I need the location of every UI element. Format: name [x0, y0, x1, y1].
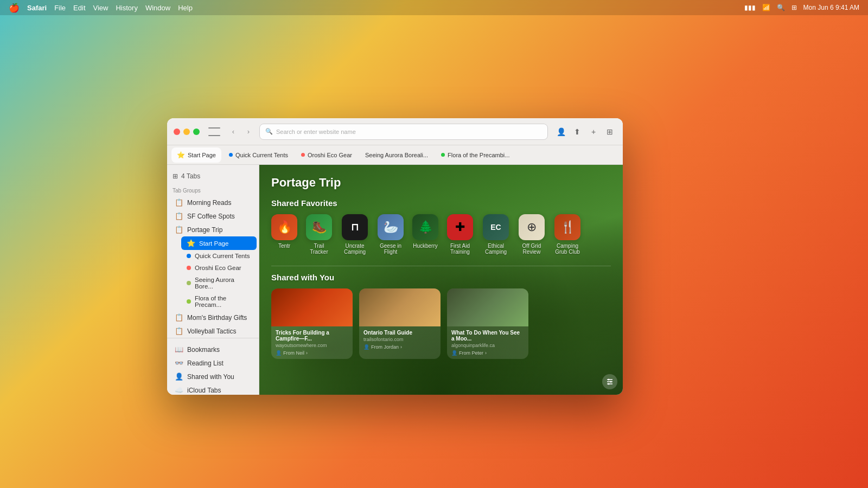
trail-body: Ontario Trail Guide trailsofontario.com …	[359, 326, 441, 353]
tab-dot-green	[441, 153, 445, 157]
dot-blue	[187, 254, 191, 258]
tab-dot-red	[301, 153, 305, 157]
sidebar-item-start-page[interactable]: ⭐ Start Page	[181, 236, 257, 250]
ethical-icon: EC	[483, 214, 509, 240]
sidebar-label-icloud: iCloud Tabs	[187, 387, 221, 394]
moose-title: What To Do When You See a Moo...	[451, 330, 524, 342]
sidebar-item-sf-coffee[interactable]: 📋 SF Coffee Spots	[169, 209, 257, 223]
folder-icon-5: 📋	[175, 327, 183, 335]
reading-list-icon: 👓	[175, 359, 183, 367]
minimize-button[interactable]	[183, 129, 190, 135]
fav-firstaid[interactable]: ✚ First Aid Training	[446, 214, 474, 255]
sidebar-tabs-header: ⊞ 4 Tabs	[167, 170, 259, 184]
tab-start-label: Start Page	[188, 152, 216, 158]
fav-huckberry[interactable]: 🌲 Huckberry	[412, 214, 438, 255]
from-icon: 👤	[276, 350, 282, 356]
share-person-button[interactable]: 👤	[554, 125, 567, 138]
trail-title: Ontario Trail Guide	[363, 330, 436, 336]
main-area: ⊞ 4 Tabs Tab Groups 📋 Morning Reads 📋 SF…	[167, 165, 623, 395]
campfire-from: 👤 From Neil ›	[276, 350, 348, 356]
sidebar-item-volleyball[interactable]: 📋 Volleyball Tactics	[169, 324, 257, 338]
sidebar-item-eco-gear[interactable]: Oroshi Eco Gear	[181, 262, 257, 274]
ethical-label: Ethical Camping	[482, 243, 510, 255]
trail-url: trailsofontario.com	[363, 337, 436, 342]
sidebar-item-quick-tents[interactable]: Quick Current Tents	[181, 250, 257, 262]
menu-view[interactable]: View	[93, 4, 108, 12]
share-button[interactable]: ⬆	[571, 125, 584, 138]
shared-with-you-title: Shared with You	[271, 273, 611, 282]
sidebar: ⊞ 4 Tabs Tab Groups 📋 Morning Reads 📋 SF…	[167, 165, 259, 395]
fav-ethical[interactable]: EC Ethical Camping	[482, 214, 510, 255]
tab-oroshi-eco[interactable]: Oroshi Eco Gear	[296, 147, 358, 163]
tab-flora[interactable]: Flora of the Precambi...	[436, 147, 515, 163]
menubar-right: ▮▮▮ 📶 🔍 ⊞ Mon Jun 6 9:41 AM	[744, 4, 859, 11]
sidebar-item-moms-gifts[interactable]: 📋 Mom's Birthday Gifts	[169, 311, 257, 324]
tab-aurora-label: Seeing Aurora Boreali...	[365, 152, 428, 158]
wifi-icon: 📶	[762, 4, 770, 11]
fav-camping-grub[interactable]: 🍴 Camping Grub Club	[553, 214, 582, 255]
sidebar-item-portage-trip[interactable]: 📋 Portage Trip	[169, 223, 257, 236]
fav-geese[interactable]: 🦢 Geese in Flight	[376, 214, 405, 255]
tab-groups-label: Tab Groups	[167, 184, 259, 196]
search-placeholder: Search or enter website name	[276, 129, 356, 135]
tabbar: ⭐ Start Page Quick Current Tents Oroshi …	[167, 145, 623, 165]
sidebar-item-aurora[interactable]: Seeing Aurora Bore...	[181, 274, 257, 292]
folder-icon: 📋	[175, 198, 183, 207]
dot-olive	[187, 281, 191, 285]
menu-edit[interactable]: Edit	[73, 4, 85, 12]
address-bar[interactable]: 🔍 Search or enter website name	[259, 124, 548, 140]
moose-body: What To Do When You See a Moo... algonqu…	[447, 326, 528, 359]
close-button[interactable]	[174, 129, 180, 135]
apple-logo-icon[interactable]: 🍎	[9, 3, 20, 13]
sidebar-item-shared-with-you[interactable]: 👤 Shared with You	[169, 370, 257, 383]
trail-from: 👤 From Jordan ›	[363, 344, 436, 350]
geese-label: Geese in Flight	[376, 243, 405, 255]
fav-tentr[interactable]: 🔥 Tentr	[271, 214, 297, 255]
dot-red	[187, 266, 191, 270]
trail-image	[359, 288, 441, 326]
search-icon[interactable]: 🔍	[777, 4, 785, 11]
sidebar-item-reading-list[interactable]: 👓 Reading List	[169, 356, 257, 370]
menu-window[interactable]: Window	[145, 4, 170, 12]
fav-uncrate[interactable]: ⊓ Uncrate Camping	[341, 214, 369, 255]
fav-offgrid[interactable]: ⊕ Off Grid Review	[518, 214, 546, 255]
sidebar-item-flora[interactable]: Flora of the Precam...	[181, 292, 257, 311]
sidebar-item-bookmarks[interactable]: 📖 Bookmarks	[169, 343, 257, 356]
menubar-left: 🍎 Safari File Edit View History Window H…	[9, 3, 193, 13]
tab-quick-current-tents[interactable]: Quick Current Tents	[224, 147, 293, 163]
section-divider	[271, 266, 611, 266]
sidebar-item-morning-reads[interactable]: 📋 Morning Reads	[169, 196, 257, 209]
shared-icon: 👤	[175, 373, 183, 381]
geese-icon: 🦢	[378, 214, 404, 240]
shared-card-trail[interactable]: Ontario Trail Guide trailsofontario.com …	[359, 288, 441, 359]
content-area: Portage Trip Shared Favorites 🔥 Tentr 🥾 …	[259, 165, 623, 395]
menu-safari[interactable]: Safari	[27, 4, 47, 12]
menu-help[interactable]: Help	[178, 4, 193, 12]
tab-aurora[interactable]: Seeing Aurora Boreali...	[360, 147, 433, 163]
tab-overview-button[interactable]: ⊞	[603, 125, 616, 138]
firstaid-icon: ✚	[447, 214, 473, 240]
shared-card-moose[interactable]: What To Do When You See a Moo... algonqu…	[447, 288, 528, 359]
new-tab-button[interactable]: +	[587, 125, 600, 138]
tabs-count: 4 Tabs	[181, 172, 200, 180]
forward-button[interactable]: ›	[242, 125, 255, 138]
offgrid-label: Off Grid Review	[518, 243, 546, 255]
sidebar-toggle-button[interactable]	[208, 127, 220, 136]
uncrate-icon: ⊓	[342, 214, 368, 240]
menu-history[interactable]: History	[116, 4, 137, 12]
menu-file[interactable]: File	[54, 4, 66, 12]
portage-sub-items: ⭐ Start Page Quick Current Tents Oroshi …	[167, 236, 259, 311]
sidebar-item-icloud-tabs[interactable]: ☁️ iCloud Tabs	[169, 383, 257, 395]
back-button[interactable]: ‹	[227, 125, 240, 138]
moose-url: algonquinparklife.ca	[451, 343, 524, 348]
shared-card-campfire[interactable]: Tricks For Building a Campfire—F... wayo…	[271, 288, 353, 359]
nav-buttons: ‹ ›	[227, 125, 255, 138]
fullscreen-button[interactable]	[193, 129, 200, 135]
controlcenter-icon[interactable]: ⊞	[792, 4, 797, 11]
tentr-icon: 🔥	[271, 214, 297, 240]
sidebar-label-flora: Flora of the Precam...	[195, 295, 251, 308]
tab-dot-blue	[229, 153, 233, 157]
fav-trail-tracker[interactable]: 🥾 Trail Tracker	[305, 214, 333, 255]
tab-start-page[interactable]: ⭐ Start Page	[171, 147, 221, 163]
firstaid-label: First Aid Training	[446, 243, 474, 255]
